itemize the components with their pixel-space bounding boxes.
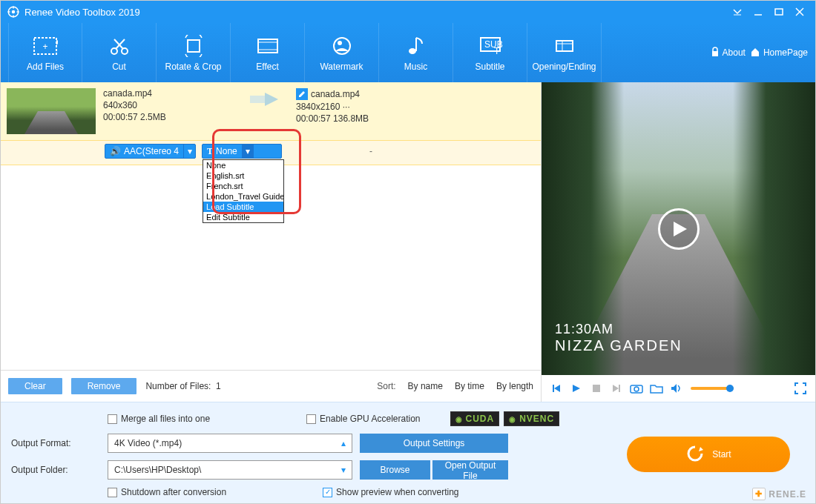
sort-by-time[interactable]: By time [455,381,484,391]
svg-text:+: + [42,42,47,52]
merge-checkbox[interactable]: Merge all files into one [108,414,210,424]
subtitle-dropdown-arrow[interactable]: ▾ [242,145,254,158]
subtitle-button[interactable]: SUBT Subtitle [453,23,527,82]
app-logo-icon [7,5,20,19]
cut-button[interactable]: Cut [82,23,157,82]
next-button[interactable] [609,381,624,396]
browse-button[interactable]: Browse [360,460,430,480]
subtitle-option[interactable]: Edit Subtitle [203,212,283,222]
subtitle-track-pill[interactable]: TNone ▾ NoneEnglish.srtFrench.srtLondon_… [202,144,282,159]
menu-dropdown-icon[interactable] [728,4,747,19]
svg-rect-33 [593,385,600,392]
sort-label: Sort: [377,381,395,391]
start-button[interactable]: Start [627,437,790,472]
svg-point-1 [12,10,16,14]
output-format-combo[interactable]: 4K Video (*.mp4)▴ [108,434,352,453]
svg-text:T: T [494,46,500,56]
prev-button[interactable] [549,381,564,396]
opening-ending-button[interactable]: Opening/Ending [527,23,602,82]
preview-pane: 11:30AM NIZZA GARDEN [541,82,815,402]
about-link[interactable]: About [711,47,746,59]
gpu-accel-checkbox[interactable]: Enable GPU Acceleration [306,414,420,424]
arrow-icon [237,88,296,110]
audio-dropdown-arrow[interactable]: ▾ [183,145,195,158]
fullscreen-button[interactable] [793,381,808,396]
volume-icon[interactable] [669,381,684,396]
content-area: canada.mp4 640x360 00:00:57 2.5MB canada… [1,82,815,402]
text-icon: T [207,146,213,157]
audio-track-pill[interactable]: 🔊AAC(Stereo 4 ▾ [105,144,196,159]
add-files-button[interactable]: + Add Files [8,23,82,82]
home-icon [750,47,760,59]
file-row[interactable]: canada.mp4 640x360 00:00:57 2.5MB canada… [1,82,541,165]
bottom-right: Start [612,411,805,497]
brand-watermark: RENE.E [752,488,806,500]
show-preview-checkbox[interactable]: Show preview when converting [323,487,458,497]
subtitle-option[interactable]: London_Travel Guide [203,191,283,202]
bottom-left: Merge all files into one Enable GPU Acce… [11,411,599,497]
bottom-panel: Merge all files into one Enable GPU Acce… [1,402,815,503]
remove-button[interactable]: Remove [71,378,137,394]
svg-rect-31 [712,51,718,56]
effect-button[interactable]: Effect [231,23,305,82]
rotate-crop-label: Rotate & Crop [165,62,221,72]
stop-button[interactable] [589,381,604,396]
music-label: Music [404,62,427,72]
subtitle-dropdown-menu: NoneEnglish.srtFrench.srtLondon_Travel G… [203,159,284,223]
sort-by-length[interactable]: By length [496,381,533,391]
svg-point-21 [334,38,350,54]
nvenc-badge: ◉ NVENC [504,411,559,426]
minimize-button[interactable] [748,4,768,19]
sort-controls: Sort: By name By time By length [377,381,533,391]
play-overlay-button[interactable] [658,208,700,250]
volume-slider[interactable] [691,387,734,390]
svg-rect-32 [250,96,265,103]
opening-ending-icon [552,33,577,59]
subtitle-label: Subtitle [475,62,504,72]
subtitle-option[interactable]: English.srt [203,170,283,181]
edit-output-icon[interactable] [296,88,308,100]
opening-ending-label: Opening/Ending [532,62,596,72]
preview-controls [542,375,815,402]
output-folder-combo[interactable]: C:\Users\HP\Desktop\▾ [108,460,352,480]
app-title: Renee Video Toolbox 2019 [24,7,726,18]
toolbar-right-links: About HomePage [711,47,808,59]
cuda-badge: ◉ CUDA [450,411,500,426]
sort-by-name[interactable]: By name [408,381,443,391]
music-note-icon [404,33,429,59]
subtitle-option[interactable]: Load Subtitle [203,202,283,212]
video-preview[interactable]: 11:30AM NIZZA GARDEN [542,82,815,375]
svg-line-16 [114,39,123,49]
subtitle-icon: SUBT [478,33,503,59]
clear-button[interactable]: Clear [8,378,62,394]
add-files-label: Add Files [27,62,64,72]
open-output-file-button[interactable]: Open Output File [432,460,508,480]
titlebar: Renee Video Toolbox 2019 [1,1,815,23]
snapshot-button[interactable] [629,381,644,396]
app-window: Renee Video Toolbox 2019 + Add Files Cut… [0,0,816,504]
gpu-badges: ◉ CUDA ◉ NVENC [450,411,560,426]
subtitle-option[interactable]: None [203,160,283,170]
file-list: canada.mp4 640x360 00:00:57 2.5MB canada… [1,82,541,370]
music-button[interactable]: Music [379,23,453,82]
refresh-icon [685,444,705,465]
watermark-label: Watermark [320,62,363,72]
open-folder-preview-button[interactable] [649,381,664,396]
scissors-icon [107,33,132,59]
source-resolution: 640x360 [103,100,237,110]
rotate-crop-icon [181,33,206,59]
output-format-label: Output Format: [11,438,100,448]
play-button[interactable] [569,381,584,396]
cut-label: Cut [112,62,126,72]
subtitle-option[interactable]: French.srt [203,181,283,191]
watermark-button[interactable]: Watermark [305,23,379,82]
rotate-crop-button[interactable]: Rotate & Crop [157,23,231,82]
homepage-link[interactable]: HomePage [750,47,808,59]
output-filename: canada.mp4 [311,89,360,99]
close-button[interactable] [790,4,809,19]
overlay-place: NIZZA GARDEN [555,337,682,354]
output-settings-button[interactable]: Output Settings [360,434,508,453]
lock-icon [711,47,720,59]
maximize-button[interactable] [769,4,789,19]
shutdown-checkbox[interactable]: Shutdown after conversion [108,487,226,497]
